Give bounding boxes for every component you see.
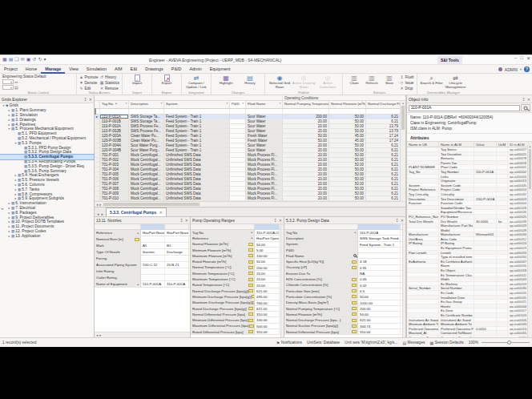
cell-pid[interactable] (230, 153, 246, 157)
tree-item[interactable]: ▸ ▦ 13. Application (0, 233, 94, 238)
object-search-input[interactable] (409, 105, 520, 111)
cell-description[interactable]: Mock Centrifugal... (129, 196, 164, 200)
maximize-icon[interactable]: □ (520, 55, 523, 61)
messages-icon[interactable]: ▤ (402, 341, 406, 345)
quick-access-icon[interactable]: ▣ (26, 57, 31, 62)
quick-access-icon[interactable]: ▤ (9, 57, 14, 62)
cell-pressure[interactable]: 6.21 (366, 196, 400, 200)
cell-system[interactable]: Unfinished SWS Data (164, 158, 230, 162)
cell-value[interactable]: A1 (141, 243, 165, 248)
cell-value[interactable] (474, 260, 497, 264)
cell-value[interactable] (474, 255, 497, 259)
cell-system[interactable]: Unfinished SWS Data (164, 163, 230, 167)
panel-row[interactable]: Normal Differential Pressure [kpa] 310.0… (191, 312, 284, 317)
filter-icon[interactable]: ▼ (279, 102, 281, 105)
quick-access-icon[interactable]: ↻ (38, 57, 42, 62)
cell-tag[interactable]: 701-P-003 (100, 163, 129, 167)
ribbon-button[interactable]: ⇄ Compare / Update / Link (184, 75, 208, 90)
cell-value[interactable]: 200.00 (358, 306, 401, 311)
cell-pressure[interactable]: 6.21 (366, 182, 400, 186)
panel-row[interactable]: Outlet Rating (95, 275, 190, 281)
cell-value[interactable]: 30.0000 (474, 220, 497, 224)
session-defaults-icon[interactable]: ▦ (429, 341, 433, 345)
cell-tag[interactable]: 110-P-001B (100, 119, 129, 123)
cell-value[interactable] (474, 152, 497, 156)
cell-system[interactable]: Unfinished SWS Data (164, 182, 230, 186)
close-icon[interactable]: ✕ (527, 97, 530, 102)
cell-pid[interactable] (230, 191, 246, 195)
panel-row[interactable]: Normal Suction Pressure [kpa(g)] 344.74 (284, 324, 405, 329)
notifications-label[interactable]: Notifications (281, 341, 302, 345)
cell-value[interactable]: 310.00 (255, 312, 280, 316)
panel-row[interactable]: H2S Concentration [%] 0.05 (284, 276, 405, 282)
cell-value[interactable] (358, 253, 401, 258)
panel-row[interactable]: Reference HasPart Operating (191, 236, 284, 241)
cell-fluid[interactable]: Sour Water (246, 124, 283, 128)
cell-value[interactable] (474, 268, 497, 272)
cell-value[interactable]: 50.00 (358, 312, 401, 316)
cell-flowrate[interactable]: 50.00 (329, 124, 366, 128)
grid-filter-row[interactable] (95, 109, 405, 115)
cell-description[interactable]: Sour Water Purg... (129, 143, 164, 147)
cell-fluid[interactable]: Mock Process Fl... (246, 187, 283, 191)
cell-value[interactable] (474, 331, 497, 335)
cell-pressure[interactable]: 6.21 (366, 143, 400, 147)
cell-flowrate[interactable]: 50.00 (329, 177, 366, 181)
cell-pressure[interactable]: 6.21 (366, 191, 400, 195)
cell-value[interactable]: 4.18 (358, 259, 401, 264)
cell-flowrate[interactable]: 45.00 (329, 139, 366, 143)
cell-value[interactable] (474, 308, 497, 312)
messages-label[interactable]: Messages (408, 341, 425, 345)
cell-temperature[interactable]: 20.00 (283, 177, 329, 181)
pin-icon[interactable]: ↧ (396, 218, 399, 223)
hierarchy-icon[interactable]: ⚎ (14, 79, 18, 84)
cell-value[interactable]: HasPart Nozzle (141, 230, 165, 236)
cell-value[interactable]: 0.02 (358, 283, 401, 288)
cell-value[interactable] (474, 206, 497, 210)
cell-value[interactable]: 435.00 (255, 294, 280, 299)
cell-pressure[interactable]: 6.21 (366, 172, 400, 176)
zoom-slider-thumb[interactable] (507, 341, 511, 345)
cell-temperature[interactable]: 20.00 (283, 191, 329, 195)
close-tab-icon[interactable]: ✕ (159, 210, 162, 215)
cell-tag[interactable]: 701-P-005 (100, 172, 129, 176)
cell-flowrate[interactable]: 45.00 (329, 134, 366, 138)
cell-value[interactable]: 50.00 (255, 259, 280, 264)
column-header-flowrate[interactable]: Normal Flowrate [m³/h] (329, 101, 366, 108)
cell-system[interactable]: Feed System - Train 1 (164, 134, 230, 138)
chevron-down-icon[interactable]: ▾ (520, 67, 522, 71)
cell-value[interactable] (474, 251, 497, 255)
cell-value[interactable] (474, 201, 497, 205)
quick-access-icon[interactable]: ▾ (44, 57, 46, 62)
status-combo[interactable]: ▾ ⚎ (2, 79, 46, 84)
cell-value[interactable] (165, 275, 189, 280)
cell-value[interactable] (474, 183, 497, 187)
cell-pid[interactable] (230, 119, 246, 123)
cell-flowrate[interactable]: 50.00 (329, 148, 366, 152)
cell-temperature[interactable]: 20.00 (283, 124, 329, 128)
cell-description[interactable]: Clean Water Pu... (129, 139, 164, 143)
ribbon-small-button[interactable]: ◇Issue (400, 80, 414, 85)
cell-flowrate[interactable]: 50.00 (329, 167, 366, 171)
cell-description[interactable]: Mock Centrifugal... (129, 158, 164, 162)
cell-temperature[interactable]: 20.00 (283, 167, 329, 171)
cell-value[interactable] (474, 282, 497, 286)
cell-value[interactable] (474, 273, 497, 277)
panel-row[interactable]: Tag No 110-P-001A (284, 230, 405, 236)
cell-tag[interactable]: 120-P-004B (100, 148, 129, 152)
cell-pressure[interactable]: 6.21 (366, 158, 400, 162)
ribbon-button[interactable]: ⇌ Lifecycle Management (444, 75, 468, 90)
cell-value[interactable] (474, 237, 497, 241)
cell-system[interactable]: Feed System - Train 1 (164, 115, 230, 119)
cell-value[interactable]: 310.00 (255, 329, 280, 334)
cell-fluid[interactable]: Sour Water (246, 115, 283, 119)
cell-pid[interactable] (230, 124, 246, 128)
collapsed-panel-chevron-icon[interactable]: » (1, 206, 3, 211)
cell-system[interactable]: Feed System - Train 1 (164, 148, 230, 152)
unitsets-label[interactable]: UnitSets: Database (307, 341, 340, 345)
cell-tag[interactable]: 120-P-003A (100, 134, 129, 138)
cell-temperature[interactable]: 20.00 (283, 172, 329, 176)
cell-pressure[interactable]: 6.21 (366, 115, 400, 119)
cell-value[interactable]: 50.00 (358, 294, 401, 299)
cell-value[interactable]: 0.05 (358, 276, 401, 281)
